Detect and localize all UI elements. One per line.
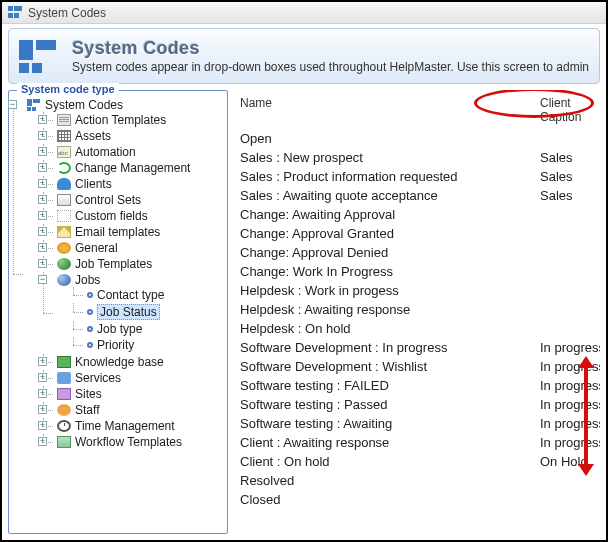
cell-client-caption bbox=[540, 243, 596, 262]
table-row[interactable]: Sales : Product information requestedSal… bbox=[240, 167, 596, 186]
tree-node[interactable]: Priority bbox=[87, 338, 223, 352]
cell-name: Client : Awaiting response bbox=[240, 433, 540, 452]
tree-node[interactable]: Clients bbox=[57, 177, 223, 191]
tree-node-label: Time Management bbox=[75, 419, 175, 433]
expander-root[interactable]: − bbox=[8, 100, 17, 109]
cell-client-caption bbox=[540, 129, 596, 148]
tree-node[interactable]: Action Templates bbox=[57, 113, 223, 127]
expander-icon[interactable]: + bbox=[38, 437, 47, 446]
staff-icon bbox=[57, 404, 71, 416]
tree-node[interactable]: Services bbox=[57, 371, 223, 385]
tree-node[interactable]: Email templates bbox=[57, 225, 223, 239]
table-row[interactable]: Helpdesk : On hold bbox=[240, 319, 596, 338]
mail-icon bbox=[57, 226, 71, 238]
system-code-tree[interactable]: − System Codes +Action Templates+Assets+… bbox=[13, 97, 223, 451]
cell-name: Closed bbox=[240, 490, 540, 509]
table-row[interactable]: Open bbox=[240, 129, 596, 148]
expander-icon[interactable]: − bbox=[38, 275, 47, 284]
table-row[interactable]: Change: Work In Progress bbox=[240, 262, 596, 281]
expander-icon[interactable]: + bbox=[38, 389, 47, 398]
abc-icon bbox=[57, 146, 71, 158]
tree-node[interactable]: Contact type bbox=[87, 288, 223, 302]
sphere-icon bbox=[57, 258, 71, 270]
tree-node[interactable]: Custom fields bbox=[57, 209, 223, 223]
tree-node-label: Job type bbox=[97, 322, 142, 336]
tree-node[interactable]: Assets bbox=[57, 129, 223, 143]
tree-node-label: Job Templates bbox=[75, 257, 152, 271]
app-icon bbox=[8, 6, 22, 20]
tree-node[interactable]: Automation bbox=[57, 145, 223, 159]
expander-icon[interactable]: + bbox=[38, 163, 47, 172]
expander-icon[interactable]: + bbox=[38, 405, 47, 414]
expander-icon[interactable]: + bbox=[38, 373, 47, 382]
expander-icon[interactable]: + bbox=[38, 211, 47, 220]
cell-name: Sales : Product information requested bbox=[240, 167, 540, 186]
table-row[interactable]: Software testing : PassedIn progress bbox=[240, 395, 596, 414]
cell-client-caption: Sales bbox=[540, 186, 596, 205]
cell-name: Change: Approval Denied bbox=[240, 243, 540, 262]
expander-icon[interactable]: + bbox=[38, 147, 47, 156]
table-row[interactable]: Change: Approval Granted bbox=[240, 224, 596, 243]
bullet-icon bbox=[87, 342, 93, 348]
cell-client-caption: In progress bbox=[540, 433, 600, 452]
window-titlebar[interactable]: System Codes bbox=[2, 2, 606, 24]
cell-client-caption bbox=[540, 205, 596, 224]
tree-node[interactable]: Staff bbox=[57, 403, 223, 417]
expander-icon[interactable]: + bbox=[38, 259, 47, 268]
expander-icon[interactable]: + bbox=[38, 243, 47, 252]
table-row[interactable]: Resolved bbox=[240, 471, 596, 490]
expander-icon[interactable]: + bbox=[38, 195, 47, 204]
banner-sub: System codes appear in drop-down boxes u… bbox=[72, 60, 589, 74]
cell-client-caption bbox=[540, 300, 596, 319]
expander-icon[interactable]: + bbox=[38, 131, 47, 140]
table-row[interactable]: Client : On holdOn Hold bbox=[240, 452, 596, 471]
tree-node-label: Priority bbox=[97, 338, 134, 352]
tree-root[interactable]: System Codes bbox=[27, 98, 223, 112]
table-row[interactable]: Software Development : In progressIn pro… bbox=[240, 338, 596, 357]
tree-node[interactable]: Workflow Templates bbox=[57, 435, 223, 449]
table-row[interactable]: Software testing : AwaitingIn progress bbox=[240, 414, 596, 433]
tree-node[interactable]: Time Management bbox=[57, 419, 223, 433]
tree-root-label: System Codes bbox=[45, 98, 123, 112]
tree-node[interactable]: General bbox=[57, 241, 223, 255]
table-row[interactable]: Software testing : FAILEDIn progress bbox=[240, 376, 596, 395]
expander-icon[interactable]: + bbox=[38, 115, 47, 124]
site-icon bbox=[57, 388, 71, 400]
bullet-icon bbox=[87, 326, 93, 332]
tree-groupbox: System code type − System Codes +Action … bbox=[8, 90, 228, 534]
expander-icon[interactable]: + bbox=[38, 227, 47, 236]
bullet-icon bbox=[87, 292, 93, 298]
col-header-client-caption[interactable]: Client Caption bbox=[540, 96, 596, 124]
tree-node[interactable]: Jobs bbox=[57, 273, 223, 287]
tree-node[interactable]: Control Sets bbox=[57, 193, 223, 207]
table-row[interactable]: Helpdesk : Work in progess bbox=[240, 281, 596, 300]
expander-icon[interactable]: + bbox=[38, 179, 47, 188]
cell-client-caption bbox=[540, 319, 596, 338]
table-header: Name Client Caption bbox=[240, 96, 596, 129]
tree-node[interactable]: Job type bbox=[87, 322, 223, 336]
cell-name: Resolved bbox=[240, 471, 540, 490]
table-row[interactable]: Closed bbox=[240, 490, 596, 509]
table-row[interactable]: Sales : Awaiting quote acceptanceSales bbox=[240, 186, 596, 205]
cell-client-caption: In progress bbox=[540, 338, 600, 357]
cell-name: Software testing : FAILED bbox=[240, 376, 540, 395]
tree-node[interactable]: Knowledge base bbox=[57, 355, 223, 369]
tree-node-label: Sites bbox=[75, 387, 102, 401]
tree-node[interactable]: Sites bbox=[57, 387, 223, 401]
table-row[interactable]: Software Development : WishlistIn progre… bbox=[240, 357, 596, 376]
tree-node-label: General bbox=[75, 241, 118, 255]
col-header-name[interactable]: Name bbox=[240, 96, 540, 124]
table-row[interactable]: Change: Approval Denied bbox=[240, 243, 596, 262]
tree-node[interactable]: Job Templates bbox=[57, 257, 223, 271]
table-row[interactable]: Helpdesk : Awaiting response bbox=[240, 300, 596, 319]
expander-icon[interactable]: + bbox=[38, 357, 47, 366]
cell-name: Change: Awaiting Approval bbox=[240, 205, 540, 224]
table-row[interactable]: Sales : New prospectSales bbox=[240, 148, 596, 167]
cell-client-caption: In progress bbox=[540, 357, 600, 376]
tree-node[interactable]: Change Management bbox=[57, 161, 223, 175]
table-row[interactable]: Client : Awaiting responseIn progress bbox=[240, 433, 596, 452]
expander-icon[interactable]: + bbox=[38, 421, 47, 430]
tree-node[interactable]: Job Status bbox=[87, 304, 223, 320]
table-row[interactable]: Change: Awaiting Approval bbox=[240, 205, 596, 224]
tree-node-label: Change Management bbox=[75, 161, 190, 175]
